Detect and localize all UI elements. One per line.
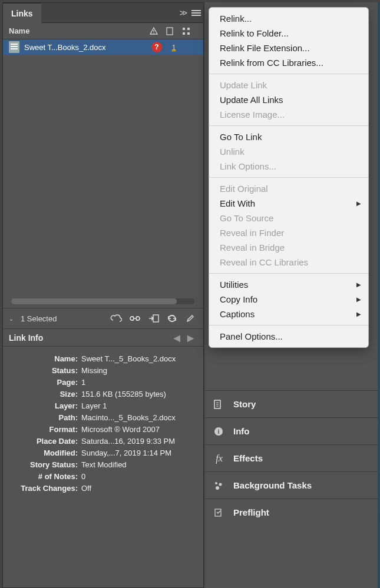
update-link-button[interactable] — [167, 314, 179, 323]
info-storystatus-key: Story Status: — [10, 460, 78, 469]
menu-reveal-bridge: Reveal in Bridge — [209, 240, 368, 255]
panel-label: Story — [233, 399, 256, 409]
menu-separator — [209, 125, 368, 126]
links-list: Sweet T...Books_2.docx ? 1 — [3, 39, 203, 308]
info-status-value: Missing — [81, 366, 196, 375]
horizontal-scrollbar[interactable] — [11, 298, 195, 304]
info-placedate-key: Place Date: — [10, 437, 78, 446]
relink-button[interactable] — [129, 315, 141, 322]
menu-captions[interactable]: Captions — [209, 307, 368, 321]
scrollbar-thumb[interactable] — [11, 298, 177, 304]
info-track-key: Track Changes: — [10, 484, 78, 493]
tab-links[interactable]: Links — [3, 3, 41, 23]
panel-background-tasks[interactable]: Background Tasks — [205, 471, 378, 499]
svg-point-11 — [153, 32, 154, 34]
column-thumb-icon[interactable] — [182, 27, 199, 35]
prev-link-button[interactable]: ◀ — [170, 333, 184, 343]
menu-copy-info[interactable]: Copy Info — [209, 292, 368, 307]
panel-story[interactable]: Story — [205, 390, 378, 417]
menu-separator — [209, 177, 368, 178]
info-path-value: Macinto..._5_Books_2.docx — [81, 413, 196, 422]
info-layer-value: Layer 1 — [81, 401, 196, 410]
menu-separator — [209, 74, 368, 74]
menu-update-link: Update Link — [209, 78, 368, 92]
document-icon — [9, 41, 19, 53]
info-name-key: Name: — [10, 354, 78, 363]
selection-count: 1 Selected — [21, 314, 57, 323]
panel-label: Effects — [233, 453, 263, 463]
edit-original-button[interactable] — [186, 314, 197, 323]
svg-point-7 — [219, 483, 222, 486]
links-panel-flyout-menu: Relink... Relink to Folder... Relink Fil… — [209, 7, 369, 348]
menu-license-image: License Image... — [209, 107, 368, 122]
link-page-number[interactable]: 1 — [167, 43, 181, 52]
menu-reveal-cc: Reveal in CC Libraries — [209, 255, 368, 270]
menu-separator — [209, 273, 368, 274]
info-notes-value: 0 — [81, 472, 196, 481]
panel-menu-button[interactable] — [191, 9, 201, 18]
links-toolbar: ⌄ 1 Selected — [3, 308, 203, 329]
info-size-key: Size: — [10, 390, 78, 398]
link-info-header[interactable]: Link Info ◀ ▶ — [3, 329, 203, 347]
panel-label: Preflight — [233, 507, 269, 517]
menu-utilities[interactable]: Utilities — [209, 277, 368, 292]
menu-update-all-links[interactable]: Update All Links — [209, 92, 368, 107]
effects-icon: fx — [213, 453, 225, 464]
info-icon: i — [213, 426, 225, 437]
svg-point-6 — [215, 482, 217, 484]
panel-effects[interactable]: fx Effects — [205, 444, 378, 471]
menu-relink-folder[interactable]: Relink to Folder... — [209, 26, 368, 41]
info-storystatus-value: Text Modified — [81, 460, 196, 469]
column-page-icon[interactable] — [166, 26, 182, 36]
panel-tabbar: Links >> — [3, 3, 203, 23]
info-size-value: 151.6 KB (155285 bytes) — [81, 390, 196, 398]
menu-goto-link[interactable]: Go To Link — [209, 129, 368, 144]
goto-link-button[interactable] — [148, 314, 160, 323]
hamburger-icon — [191, 9, 201, 16]
column-headers: Name — [3, 23, 203, 39]
panel-info[interactable]: i Info — [205, 417, 378, 444]
links-panel: Links >> Name Sweet T...Books_2.docx ? 1 — [2, 2, 204, 588]
svg-rect-14 — [187, 28, 190, 30]
info-placedate-value: Saturda...16, 2019 9:33 PM — [81, 437, 196, 446]
svg-text:i: i — [217, 428, 219, 435]
menu-unlink: Unlink — [209, 144, 368, 159]
menu-panel-options[interactable]: Panel Options... — [209, 329, 368, 344]
menu-relink[interactable]: Relink... — [209, 11, 368, 26]
menu-relink-extension[interactable]: Relink File Extension... — [209, 41, 368, 55]
preflight-icon — [213, 507, 225, 518]
link-row[interactable]: Sweet T...Books_2.docx ? 1 — [3, 39, 203, 55]
svg-rect-19 — [153, 315, 158, 322]
next-link-button[interactable]: ▶ — [184, 333, 197, 343]
svg-rect-16 — [187, 32, 190, 35]
svg-point-8 — [216, 486, 219, 490]
panel-preflight[interactable]: Preflight — [205, 499, 378, 526]
info-name-value: Sweet T..._5_Books_2.docx — [81, 354, 196, 363]
menu-goto-source: Go To Source — [209, 211, 368, 225]
info-page-value: 1 — [81, 378, 196, 387]
info-track-value: Off — [81, 484, 196, 493]
info-format-value: Microsoft ® Word 2007 — [81, 425, 196, 434]
story-icon — [213, 399, 225, 410]
menu-edit-original: Edit Original — [209, 181, 368, 196]
info-status-key: Status: — [10, 366, 78, 375]
expand-toggle-icon[interactable]: ⌄ — [9, 315, 14, 322]
svg-rect-12 — [167, 28, 173, 35]
info-modified-value: Sunday,...7, 2019 1:14 PM — [81, 449, 196, 457]
svg-rect-13 — [183, 28, 185, 30]
link-filename: Sweet T...Books_2.docx — [24, 43, 147, 52]
background-tasks-icon — [213, 480, 225, 491]
column-name[interactable]: Name — [9, 26, 149, 35]
column-status-icon[interactable] — [149, 26, 166, 36]
menu-edit-with[interactable]: Edit With — [209, 196, 368, 211]
info-path-key: Path: — [10, 413, 78, 422]
collapse-icon[interactable]: >> — [180, 8, 186, 18]
menu-reveal-finder: Reveal in Finder — [209, 225, 368, 240]
menu-separator — [209, 325, 368, 325]
relink-cc-button[interactable] — [110, 314, 122, 323]
panel-label: Background Tasks — [233, 480, 312, 490]
info-page-key: Page: — [10, 378, 78, 387]
menu-relink-cc[interactable]: Relink from CC Libraries... — [209, 55, 368, 70]
panel-label: Info — [233, 426, 250, 436]
svg-rect-15 — [183, 32, 185, 35]
